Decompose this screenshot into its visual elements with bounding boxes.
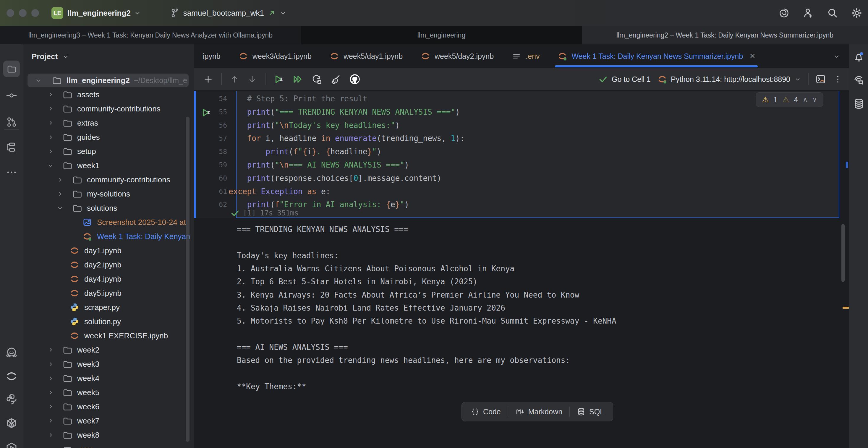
code-line[interactable]: print(f"{i}. {headline}"): [228, 145, 381, 158]
code-line[interactable]: print("\nToday's key headlines:"): [228, 119, 400, 132]
close-window-button[interactable]: [6, 9, 14, 17]
move-cell-down-button[interactable]: [247, 74, 257, 84]
next-issue-chevron-down-icon[interactable]: ∨: [812, 96, 817, 103]
pull-requests-tool-icon[interactable]: [3, 114, 20, 130]
window-tab[interactable]: llm_engineering3 – Week 1 Task: Kenyan D…: [0, 26, 301, 44]
tree-row-day4-ipynb[interactable]: day4.ipynb: [23, 272, 194, 286]
clear-outputs-button[interactable]: [330, 73, 341, 85]
tree-chevron-right-icon[interactable]: [47, 403, 54, 411]
tree-row-solution-py[interactable]: solution.py: [23, 314, 194, 329]
tree-row-week2[interactable]: week2: [23, 343, 194, 357]
code-line[interactable]: # Step 5: Print the result: [228, 92, 368, 105]
code-line[interactable]: print(f"Error in AI analysis: {e}"): [228, 198, 409, 211]
tree-chevron-down-icon[interactable]: [35, 76, 42, 84]
editor-tab[interactable]: ipynb: [194, 44, 229, 68]
jupyter-console-icon[interactable]: [815, 73, 826, 85]
code-line[interactable]: except Exception as e:: [228, 185, 330, 198]
tree-chevron-right-icon[interactable]: [47, 360, 54, 368]
kebab-menu-icon[interactable]: [833, 74, 843, 84]
tree-row-week3[interactable]: week3: [23, 357, 194, 371]
zoom-window-button[interactable]: [31, 9, 39, 17]
tree-chevron-right-icon[interactable]: [47, 375, 54, 382]
minimize-window-button[interactable]: [19, 9, 27, 17]
tree-row-scraper-py[interactable]: scraper.py: [23, 300, 194, 314]
tree-row-guides[interactable]: guides: [23, 130, 194, 144]
services-tool-icon[interactable]: [3, 440, 20, 448]
add-cell-button[interactable]: [203, 74, 213, 85]
tree-row-week7[interactable]: week7: [23, 414, 194, 428]
close-tab-icon[interactable]: ✕: [749, 52, 755, 60]
tree-chevron-right-icon[interactable]: [47, 91, 54, 98]
tree-row-day1-ipynb[interactable]: day1.ipynb: [23, 244, 194, 258]
add-user-icon[interactable]: [802, 7, 814, 19]
window-tab[interactable]: llm_engineering2 – Week 1 Task: Daily Ke…: [582, 26, 868, 44]
project-view-chevron-down-icon[interactable]: [62, 53, 69, 61]
ai-chat-tool-icon[interactable]: [852, 74, 865, 87]
tree-chevron-down-icon[interactable]: [47, 162, 54, 169]
database-tool-icon[interactable]: [852, 98, 865, 110]
tree-chevron-down-icon[interactable]: [56, 204, 64, 212]
tree-row-my-solutions[interactable]: my-solutions: [23, 187, 194, 201]
window-controls[interactable]: [6, 9, 39, 17]
editor-tab[interactable]: .env: [503, 44, 549, 68]
tree-row-week1[interactable]: week1: [23, 158, 194, 172]
tab-list-chevron-down-icon[interactable]: [833, 53, 840, 60]
tree-chevron-right-icon[interactable]: [47, 431, 54, 439]
code-line[interactable]: print(response.choices[0].message.conten…: [228, 172, 441, 185]
github-button[interactable]: [349, 73, 361, 85]
tree-chevron-right-icon[interactable]: [56, 190, 64, 198]
tree-chevron-right-icon[interactable]: [47, 148, 54, 155]
tree-row-day5-ipynb[interactable]: day5.ipynb: [23, 286, 194, 300]
goto-cell-button[interactable]: Go to Cell 1: [598, 74, 651, 84]
tree-row-week1-exercise-ipynb[interactable]: week1 EXERCISE.ipynb: [23, 329, 194, 343]
run-cell-button[interactable]: [273, 73, 284, 85]
huggingface-tool-icon[interactable]: [3, 344, 20, 361]
kernel-selector[interactable]: Python 3.11.14: http://localhost:8890: [657, 74, 802, 84]
project-name[interactable]: llm_engineering2: [67, 8, 131, 18]
tree-row-community-contributions[interactable]: community-contributions: [23, 102, 194, 116]
add-sql-cell-button[interactable]: SQL: [570, 405, 611, 418]
tree-row-community-contributions[interactable]: community-contributions: [23, 172, 194, 187]
python-packages-tool-icon[interactable]: [3, 415, 20, 432]
tree-row-extras[interactable]: extras: [23, 116, 194, 130]
tree-row-screenshot-2025-10-24-at[interactable]: Screenshot 2025-10-24 at: [23, 215, 194, 229]
prev-issue-chevron-up-icon[interactable]: ∧: [803, 96, 807, 103]
commit-tool-icon[interactable]: [3, 87, 20, 104]
code-line[interactable]: print("\n=== AI NEWS ANALYSIS ==="): [228, 158, 409, 171]
ai-assistant-icon[interactable]: [778, 7, 790, 19]
search-icon[interactable]: [827, 7, 838, 19]
tree-row-assets[interactable]: assets: [23, 88, 194, 102]
tree-row-day2-ipynb[interactable]: day2.ipynb: [23, 258, 194, 272]
editor-tab[interactable]: week3/day1.ipynb: [229, 44, 320, 68]
tree-row-solutions[interactable]: solutions: [23, 201, 194, 215]
tree-row--env[interactable]: .env: [23, 442, 194, 448]
window-tab[interactable]: llm_engineering: [301, 26, 582, 44]
tree-chevron-right-icon[interactable]: [47, 417, 54, 425]
tree-chevron-right-icon[interactable]: [56, 176, 64, 184]
tree-row-week5[interactable]: week5: [23, 385, 194, 399]
project-panel-title[interactable]: Project: [32, 52, 58, 61]
tree-row-llm-engineering2[interactable]: llm_engineering2~/Desktop/llm_e: [23, 73, 194, 88]
branch-chevron-down-icon[interactable]: [279, 9, 287, 17]
tree-chevron-right-icon[interactable]: [47, 133, 54, 141]
move-cell-up-button[interactable]: [229, 74, 240, 84]
branch-name[interactable]: samuel_bootcamp_wk1: [183, 8, 264, 18]
tree-row-week8[interactable]: week8: [23, 428, 194, 442]
run-all-cells-button[interactable]: [292, 73, 303, 85]
add-markdown-cell-button[interactable]: Markdown: [508, 405, 569, 418]
structure-tool-icon[interactable]: [3, 139, 20, 155]
tree-chevron-right-icon[interactable]: [47, 389, 54, 396]
code-line[interactable]: for i, headline in enumerate(trending_ne…: [228, 132, 464, 145]
tree-chevron-right-icon[interactable]: [47, 346, 54, 354]
add-code-cell-button[interactable]: Code: [464, 405, 508, 418]
tree-chevron-right-icon[interactable]: [47, 119, 54, 127]
editor-scrollbar[interactable]: [841, 224, 845, 282]
project-tool-icon[interactable]: [3, 61, 20, 77]
project-scrollbar[interactable]: [186, 117, 189, 442]
tree-row-setup[interactable]: setup: [23, 144, 194, 158]
editor-tab[interactable]: week5/day2.ipynb: [411, 44, 503, 68]
tree-row-week6[interactable]: week6: [23, 399, 194, 414]
tree-row-week4[interactable]: week4: [23, 371, 194, 385]
tree-chevron-right-icon[interactable]: [47, 105, 54, 113]
project-chevron-down-icon[interactable]: [134, 9, 141, 17]
